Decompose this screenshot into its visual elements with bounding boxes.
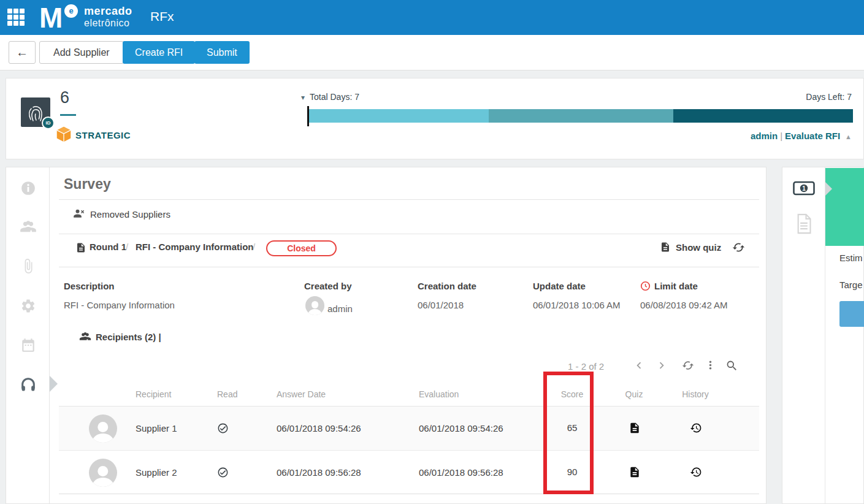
back-arrow-icon: ← [16,45,28,59]
id-badge: ID [42,116,55,129]
sidebar-item-suppliers[interactable] [6,213,50,240]
people-icon [20,218,37,235]
left-icon-rail [6,167,50,503]
survey-content: Survey Removed Suppliers Round 1 / [50,167,767,503]
divider [59,199,759,200]
page-title: RFx [150,9,174,24]
add-supplier-button[interactable]: Add Supplier [39,41,124,64]
create-rfi-button[interactable]: Create RFI [123,41,195,64]
evaluation-date: 06/01/2018 09:54:26 [419,423,503,433]
round-breadcrumb: Round 1 / RFI - Company Information / Cl… [50,240,767,259]
more-options-kebab-icon[interactable] [704,359,717,372]
money-icon: 1 [793,181,815,196]
read-check-icon [217,422,229,434]
recipient-name: Supplier 1 [136,423,177,433]
info-icon [20,180,36,196]
answer-date: 06/01/2018 09:56:28 [277,467,361,478]
read-check-icon [217,467,229,478]
col-header-evaluation[interactable]: Evaluation [419,389,459,399]
evaluate-rfi-link[interactable]: Evaluate RFI [785,131,840,141]
back-button[interactable]: ← [9,41,36,64]
col-header-history[interactable]: History [668,389,723,399]
cube-icon [55,125,73,143]
svg-text:1: 1 [802,185,806,192]
recipients-label: Recipients (2) | [96,332,161,342]
table-row[interactable]: Supplier 2 06/01/2018 09:56:28 06/01/201… [59,451,759,494]
show-quiz-button[interactable]: Show quiz [660,242,721,253]
history-icon[interactable] [690,422,702,434]
survey-title: Survey [64,176,111,193]
brand-wordmark: mercado eletrônico [84,6,132,28]
removed-suppliers-link[interactable]: Removed Suppliers [73,208,170,220]
quiz-document-icon[interactable] [629,466,641,478]
progress-segment-3 [673,109,853,123]
refresh-icon[interactable] [732,241,745,254]
history-icon[interactable] [690,466,702,478]
rfx-number[interactable]: 6 [60,88,69,107]
sidebar-item-attachments[interactable] [6,253,50,280]
chevron-left-icon[interactable] [632,359,646,372]
sidebar-item-support[interactable] [6,371,50,398]
chevron-down-icon: ▾ [301,93,305,102]
evaluate-rfi-control[interactable]: admin|Evaluate RFI▲ [751,131,852,141]
total-days-toggle[interactable]: ▾Total Days: 7 [301,92,359,102]
action-toolbar: ← Add Supplier Create RFI Submit [0,35,864,71]
days-left-label: Days Left: 7 [806,92,852,102]
col-header-answer-date[interactable]: Answer Date [277,389,326,399]
supplier-avatar [89,459,117,487]
description-label: Description [64,281,115,291]
total-days-label: Total Days: 7 [310,92,359,102]
round-label[interactable]: Round 1 [90,242,126,252]
sidebar-item-settings[interactable] [6,292,50,319]
table-row[interactable]: Supplier 1 06/01/2018 09:54:26 06/01/201… [59,407,759,451]
chevron-right-icon[interactable] [655,359,668,372]
breadcrumb-separator: / [253,242,255,252]
app-header: M e mercado eletrônico RFx [0,0,864,35]
round-document-icon [75,242,86,253]
category-label: STRATEGIC [75,130,131,140]
col-header-recipient[interactable]: Recipient [136,389,171,399]
status-badge-closed: Closed [266,240,337,256]
right-icon-rail: 1 [782,167,825,503]
apps-grid-icon[interactable] [7,9,25,26]
right-tab-documents[interactable] [782,210,825,237]
pagination-range: 1 - 2 of 2 [568,361,604,372]
created-by-label: Created by [304,281,352,291]
separator: | [778,131,785,141]
sidebar-item-schedule[interactable] [6,332,50,359]
update-date-label: Update date [533,281,586,291]
brand-line1: mercado [84,6,132,18]
survey-card: Survey Removed Suppliers Round 1 / [6,167,767,504]
settings-gear-icon [20,298,36,314]
rfx-number-underline [60,114,76,116]
right-side-panel: 1 Estim Targe [782,167,864,504]
sidebar-item-info[interactable] [6,175,50,202]
removed-suppliers-label: Removed Suppliers [90,209,170,220]
search-icon[interactable] [725,359,738,372]
quiz-document-icon[interactable] [629,422,641,434]
show-quiz-label: Show quiz [676,242,721,253]
brand-line2: eletrônico [84,18,132,29]
user-name: admin [751,131,778,141]
value-block[interactable] [839,301,864,327]
submit-button[interactable]: Submit [194,41,250,64]
col-header-read[interactable]: Read [217,389,237,399]
brand-logo-e-badge: e [64,4,78,18]
selected-panel-highlight [825,168,864,246]
clock-icon [640,281,651,291]
created-by-value: admin [327,304,353,314]
brand-logo-m: M [39,1,61,34]
limit-date-value: 06/08/2018 09:42 AM [640,300,728,310]
supplier-avatar [89,414,117,443]
table-refresh-icon[interactable] [682,359,694,372]
round-name[interactable]: RFI - Company Information [136,242,254,252]
limit-date-label-row: Limit date [640,281,698,291]
col-header-quiz[interactable]: Quiz [606,389,662,399]
person-remove-icon [73,208,85,220]
right-active-pointer [825,182,832,196]
recipients-group-icon [79,330,91,343]
recipient-name: Supplier 2 [136,467,177,478]
calendar-icon [20,337,36,353]
recipients-toggle[interactable]: Recipients (2) | [79,330,161,343]
right-tab-values[interactable]: 1 [782,175,825,202]
